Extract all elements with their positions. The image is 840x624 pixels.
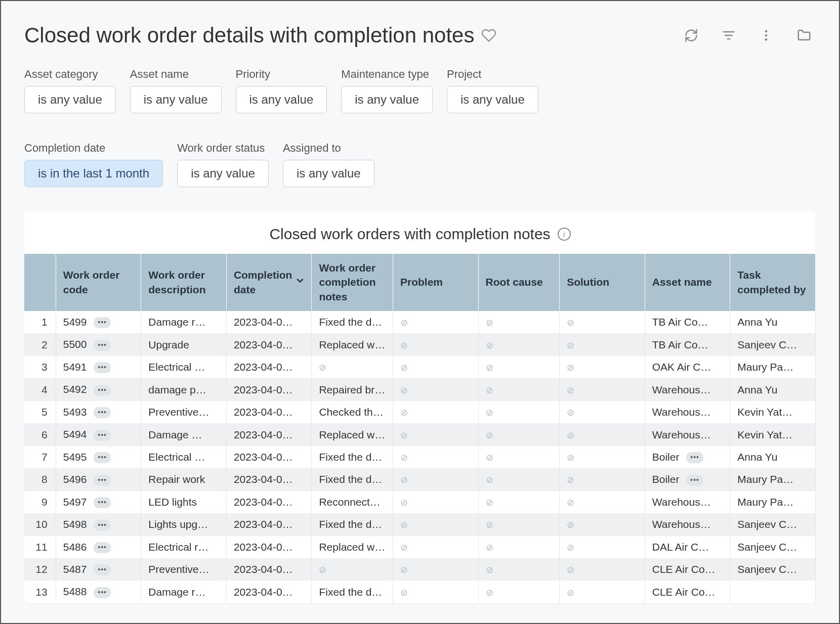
cell-completed-by: Maury Pa… — [730, 491, 816, 513]
cell-asset: CLE Air Co… — [645, 558, 730, 581]
cell-completed-by: Sanjeev C… — [730, 513, 816, 536]
svg-point-5 — [765, 38, 768, 41]
filter-pill[interactable]: is any value — [283, 160, 374, 187]
cell-notes: Fixed the da… — [312, 513, 393, 536]
filter-group: Maintenance typeis any value — [341, 68, 433, 113]
table-row[interactable]: 75495 •••Electrical …2023-04-0…Fixed the… — [24, 446, 816, 468]
cell-completed-by: Sanjeev C… — [730, 333, 816, 355]
table-row[interactable]: 85496 •••Repair work2023-04-0…Fixed the … — [24, 468, 816, 491]
table-row[interactable]: 135488 •••Damage r…2023-04-0…Fixed the d… — [24, 581, 816, 603]
table-row[interactable]: 55493 •••Preventive…2023-04-0…Checked th… — [24, 401, 816, 423]
filter-pill[interactable]: is any value — [341, 86, 433, 113]
overflow-badge[interactable]: ••• — [94, 430, 111, 441]
info-icon[interactable]: i — [558, 228, 571, 241]
table-row[interactable]: 115486 •••Electrical r…2023-04-0…Replace… — [24, 536, 816, 558]
filter-pill[interactable]: is any value — [177, 160, 269, 187]
column-header[interactable]: Work order description — [141, 254, 227, 311]
null-icon: ⊘ — [567, 408, 574, 418]
table-row[interactable]: 25500 •••Upgrade2023-04-0…Replaced wi…⊘⊘… — [24, 333, 816, 355]
null-icon: ⊘ — [567, 318, 574, 328]
overflow-badge[interactable]: ••• — [94, 407, 111, 418]
filter-pill[interactable]: is any value — [447, 86, 538, 113]
null-icon: ⊘ — [567, 543, 574, 553]
column-header[interactable]: Completion date — [226, 254, 312, 311]
cell-code: 5496 ••• — [56, 468, 141, 491]
table-title-row: Closed work orders with completion notes… — [24, 211, 816, 254]
table-row[interactable]: 45492 •••damage p…2023-04-0…Repaired br…… — [24, 378, 816, 400]
cell-notes: Fixed the da… — [312, 581, 393, 603]
column-header[interactable]: Root cause — [478, 254, 560, 311]
refresh-icon[interactable] — [684, 28, 698, 42]
overflow-badge[interactable]: ••• — [94, 362, 111, 373]
chevron-down-icon — [295, 276, 305, 289]
table-row[interactable]: 15499 •••Damage r…2023-04-0…Fixed the da… — [24, 311, 816, 333]
filter-group: Projectis any value — [447, 68, 538, 113]
cell-solution: ⊘ — [560, 491, 645, 513]
column-header[interactable]: Work order completion notes — [312, 254, 393, 311]
null-icon: ⊘ — [400, 363, 408, 373]
overflow-badge[interactable]: ••• — [686, 452, 703, 463]
cell-code: 5497 ••• — [56, 491, 141, 513]
overflow-badge[interactable]: ••• — [94, 564, 111, 575]
table-row[interactable]: 65494 •••Damage …2023-04-0…Replaced wi…⊘… — [24, 423, 816, 445]
cell-date: 2023-04-0… — [226, 491, 312, 513]
column-header[interactable]: Problem — [393, 254, 479, 311]
table-row[interactable]: 35491 •••Electrical …2023-04-0…⊘⊘⊘⊘OAK A… — [24, 356, 816, 378]
overflow-badge[interactable]: ••• — [94, 542, 111, 553]
filter-pill[interactable]: is any value — [236, 86, 327, 113]
toolbar — [684, 28, 816, 43]
table-row[interactable]: 105498 •••Lights upg…2023-04-0…Fixed the… — [24, 513, 816, 536]
overflow-badge[interactable]: ••• — [94, 520, 111, 531]
cell-completed-by: Sanjeev C… — [730, 536, 816, 558]
overflow-badge[interactable]: ••• — [94, 317, 111, 328]
cell-notes: Checked th… — [312, 401, 393, 423]
table-title: Closed work orders with completion notes — [269, 226, 550, 243]
table-row[interactable]: 125487 •••Preventive…2023-04-0…⊘⊘⊘⊘CLE A… — [24, 558, 816, 581]
cell-asset: Warehous… — [645, 378, 730, 400]
filter-pill[interactable]: is in the last 1 month — [24, 160, 163, 187]
cell-problem: ⊘ — [393, 401, 479, 423]
cell-asset: DAL Air C… — [645, 536, 730, 558]
cell-completed-by: Anna Yu — [730, 446, 816, 468]
cell-code: 5495 ••• — [56, 446, 141, 468]
overflow-badge[interactable]: ••• — [94, 497, 111, 508]
cell-description: Electrical r… — [141, 536, 227, 558]
cell-code: 5499 ••• — [56, 311, 141, 333]
cell-problem: ⊘ — [393, 423, 479, 445]
table-row[interactable]: 95497 •••LED lights2023-04-0…Reconnecte…… — [24, 491, 816, 513]
overflow-badge[interactable]: ••• — [94, 340, 111, 351]
filter-icon[interactable] — [722, 28, 736, 42]
overflow-badge[interactable]: ••• — [94, 385, 111, 396]
cell-rownum: 5 — [24, 401, 56, 423]
overflow-badge[interactable]: ••• — [94, 587, 111, 598]
filter-bar: Asset categoryis any valueAsset nameis a… — [24, 68, 816, 187]
filter-pill[interactable]: is any value — [130, 86, 222, 113]
filter-label: Asset category — [24, 68, 116, 81]
favorite-icon[interactable] — [481, 28, 496, 43]
folder-icon[interactable] — [796, 28, 812, 43]
column-header[interactable]: Solution — [560, 254, 645, 311]
more-icon[interactable] — [759, 28, 773, 42]
column-header[interactable]: Task completed by — [730, 254, 816, 311]
column-header-rownum[interactable] — [24, 254, 56, 311]
null-icon: ⊘ — [567, 588, 574, 598]
cell-rownum: 9 — [24, 491, 56, 513]
filter-group: Priorityis any value — [236, 68, 327, 113]
column-header[interactable]: Work order code — [56, 254, 141, 311]
filter-pill[interactable]: is any value — [24, 86, 116, 113]
overflow-badge[interactable]: ••• — [94, 452, 111, 463]
cell-solution: ⊘ — [560, 468, 645, 491]
null-icon: ⊘ — [400, 498, 408, 508]
overflow-badge[interactable]: ••• — [686, 475, 703, 486]
filter-label: Completion date — [24, 142, 163, 155]
cell-problem: ⊘ — [393, 513, 479, 536]
cell-problem: ⊘ — [393, 356, 479, 378]
overflow-badge[interactable]: ••• — [94, 475, 111, 486]
cell-solution: ⊘ — [560, 558, 645, 581]
cell-notes: Replaced wi… — [312, 333, 393, 355]
null-icon: ⊘ — [400, 318, 408, 328]
column-header[interactable]: Asset name — [645, 254, 730, 311]
cell-code: 5486 ••• — [56, 536, 141, 558]
table-body: 15499 •••Damage r…2023-04-0…Fixed the da… — [24, 311, 816, 603]
null-icon: ⊘ — [486, 475, 493, 485]
